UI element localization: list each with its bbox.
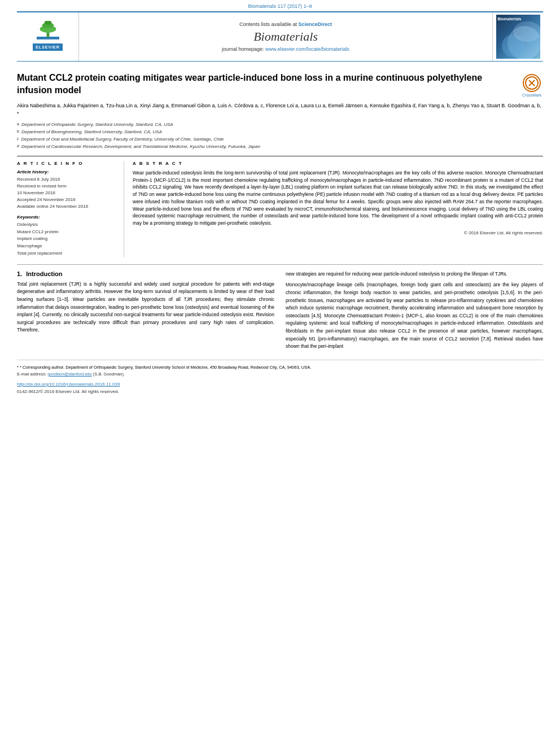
elsevier-logo-area: ELSEVIER [17, 12, 79, 61]
journal-header: ELSEVIER Contents lists available at Sci… [17, 11, 543, 62]
history-revised-date: 10 November 2016 [17, 190, 118, 196]
history-received: Received 8 July 2016 [17, 176, 118, 183]
abstract-text: Wear particle-induced osteolysis limits … [133, 169, 543, 227]
elsevier-logo: ELSEVIER [31, 21, 65, 53]
crossmark-svg [525, 76, 539, 90]
article-info-column: A R T I C L E I N F O Article history: R… [17, 161, 124, 257]
intro-left-para-0: Total joint replacement (TJR) is a highl… [17, 281, 274, 334]
affiliation-d: d Department of Cardiovascular Research,… [17, 143, 543, 150]
svg-point-7 [513, 21, 540, 42]
journal-cover-area: Biomaterials [492, 12, 543, 61]
affiliation-a: a Department of Orthopaedic Surgery, Sta… [17, 121, 543, 128]
keywords-section: Keywords: Osteolysis Mutant CCL2 protein… [17, 215, 118, 257]
history-title: Article history: [17, 169, 118, 174]
history-accepted: Accepted 24 November 2016 [17, 196, 118, 203]
title-section: Mutant CCL2 protein coating mitigates we… [17, 67, 543, 97]
journal-info-center: Contents lists available at ScienceDirec… [79, 12, 492, 61]
elsevier-tree-icon [31, 21, 65, 43]
biomaterials-cover-image: Biomaterials [496, 15, 540, 59]
sciencedirect-name: ScienceDirect [299, 21, 333, 27]
email-link[interactable]: goodbon@stanford.edu [47, 372, 92, 377]
affil-sup-d: d [17, 143, 19, 150]
homepage-label: journal homepage: [222, 46, 264, 52]
email-suffix: (S.B. Goodman). [93, 372, 125, 377]
affil-text-a: Department of Orthopaedic Surgery, Stanf… [21, 121, 173, 128]
star-note-text: * Corresponding author. Department of Or… [20, 365, 311, 370]
affiliation-c: c Department of Oral and Maxillofacial S… [17, 136, 543, 143]
keywords-title: Keywords: [17, 215, 118, 220]
history-revised-label: Received in revised form [17, 183, 118, 190]
intro-section-title: Introduction [26, 270, 62, 277]
affil-text-b: Department of Bioengineering, Stanford U… [21, 129, 162, 136]
article-content: Mutant CCL2 protein coating mitigates we… [0, 62, 560, 360]
doi-link[interactable]: http://dx.doi.org/10.1016/j.biomaterials… [17, 382, 543, 387]
page-footer: * * Corresponding author. Department of … [17, 360, 543, 394]
abstract-column: A B S T R A C T Wear particle-induced os… [133, 161, 543, 257]
journal-homepage: journal homepage: www.elsevier.com/locat… [222, 46, 349, 52]
intro-right-para-0: new strategies are required for reducing… [286, 270, 543, 278]
affil-text-c: Department of Oral and Maxillofacial Sur… [21, 136, 224, 143]
issn-text: 0142-9612/© 2016 Elsevier Ltd. All right… [17, 389, 119, 394]
intro-section-number: 1. [17, 270, 22, 277]
introduction-section: 1. Introduction Total joint replacement … [17, 270, 543, 354]
email-label: E-mail address: [17, 372, 46, 377]
keyword-0: Osteolysis [17, 221, 118, 229]
sciencedirect-line: Contents lists available at ScienceDirec… [239, 21, 332, 27]
affil-sup-b: b [17, 129, 19, 136]
crossmark-label: CrossMark [522, 93, 541, 97]
keyword-3: Macrophage [17, 243, 118, 250]
crossmark-icon[interactable] [523, 74, 541, 92]
email-line: E-mail address: goodbon@stanford.edu (S.… [17, 371, 543, 377]
intro-right-col: new strategies are required for reducing… [286, 270, 543, 354]
intro-heading: 1. Introduction [17, 270, 274, 277]
article-history: Article history: Received 8 July 2016 Re… [17, 169, 118, 210]
citation-text: Biomaterials 117 (2017) 1–9 [248, 3, 312, 9]
affil-text-d: Department of Cardiovascular Research, D… [21, 143, 260, 150]
info-abstract-section: A R T I C L E I N F O Article history: R… [17, 156, 543, 257]
abstract-copyright: © 2016 Elsevier Ltd. All rights reserved… [133, 230, 543, 235]
footer-links: http://dx.doi.org/10.1016/j.biomaterials… [17, 382, 543, 394]
journal-name: Biomaterials [253, 29, 318, 44]
authors-text: Akira Nabeshima a, Jukka Pajarinen a, Tz… [17, 103, 541, 116]
section-divider [17, 264, 543, 265]
elsevier-label: ELSEVIER [33, 43, 63, 51]
keyword-2: Implant coating [17, 235, 118, 243]
affil-sup-c: c [17, 136, 19, 143]
page: Biomaterials 117 (2017) 1–9 ELSEVIER [0, 0, 560, 747]
intro-right-para-1: Monocyte/macrophage lineage cells (macro… [286, 281, 543, 350]
keyword-4: Total joint replacement [17, 250, 118, 257]
cover-decoration [496, 15, 540, 59]
intro-left-col: 1. Introduction Total joint replacement … [17, 270, 274, 354]
affiliations-section: a Department of Orthopaedic Surgery, Sta… [17, 121, 543, 150]
homepage-url[interactable]: www.elsevier.com/locate/biomaterials [265, 46, 349, 52]
affil-sup-a: a [17, 121, 19, 128]
star-note: * * Corresponding author. Department of … [17, 365, 543, 370]
sciencedirect-label: Contents lists available at [239, 21, 297, 27]
affiliation-b: b Department of Bioengineering, Stanford… [17, 129, 543, 136]
abstract-heading: A B S T R A C T [133, 161, 543, 166]
article-info-heading: A R T I C L E I N F O [17, 161, 118, 166]
crossmark-area[interactable]: CrossMark [520, 74, 543, 97]
article-title: Mutant CCL2 protein coating mitigates we… [17, 72, 520, 97]
keyword-1: Mutant CCL2 protein [17, 229, 118, 236]
citation-bar: Biomaterials 117 (2017) 1–9 [0, 0, 560, 11]
history-online: Available online 24 November 2016 [17, 203, 118, 210]
authors-section: Akira Nabeshima a, Jukka Pajarinen a, Tz… [17, 102, 543, 118]
